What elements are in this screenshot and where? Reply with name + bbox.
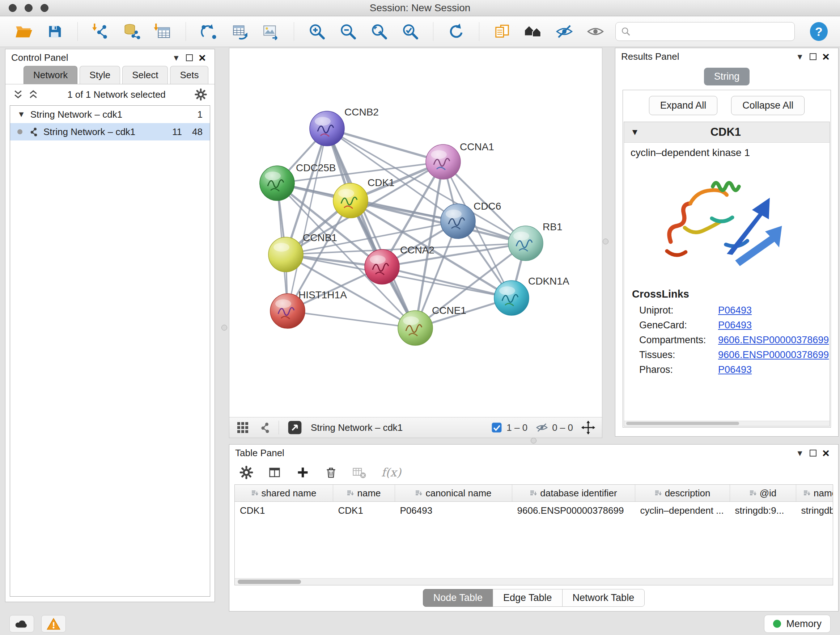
tree-expand-icon[interactable]: ▼ [17,110,25,119]
tab-network[interactable]: Network [24,66,77,84]
network-row[interactable]: String Network – cdk1 11 48 [10,123,210,141]
network-edge[interactable] [327,128,443,162]
panel-float-button[interactable] [806,53,819,60]
import-network-file-button[interactable] [89,20,112,43]
first-neighbors-button[interactable] [197,20,220,43]
birdseye-button[interactable] [287,420,303,435]
save-session-button[interactable] [43,20,66,43]
network-view-icon[interactable] [257,421,271,434]
column-header-name[interactable]: name [333,485,395,502]
collapse-all-button[interactable]: Collapse All [731,96,805,115]
panel-float-button[interactable] [183,54,196,61]
help-button[interactable]: ? [810,22,828,41]
panel-close-button[interactable]: × [196,51,209,64]
tab-edge-table[interactable]: Edge Table [493,589,562,607]
column-header-canonical-name[interactable]: canonical name [395,485,512,502]
tab-style[interactable]: Style [80,66,120,84]
pan-crosshair-icon[interactable] [581,420,595,435]
table-cell[interactable]: 9606.ENSP00000378699 [512,502,635,519]
network-node-ccnb2[interactable] [309,111,344,146]
show-all-views-button[interactable] [522,20,545,43]
grid-view-icon[interactable] [236,421,249,434]
table-cell[interactable]: cyclin–dependent ... [635,502,730,519]
network-graph[interactable]: CCNB2CCNA1CDC25BCDK1CDC6RB1CCNB1CCNA2CDK… [229,48,602,417]
new-network-from-table-button[interactable] [229,20,251,43]
table-horizontal-scrollbar[interactable] [235,578,833,585]
panel-collapse-button[interactable]: ▾ [793,51,806,62]
table-cell[interactable]: CDK1 [235,502,333,519]
open-session-button[interactable] [12,20,35,43]
expand-all-button[interactable]: Expand All [649,96,718,115]
network-node-ccne1[interactable] [398,310,433,345]
pharos-link[interactable]: P06493 [718,364,752,375]
import-network-database-button[interactable] [120,20,143,43]
scrollbar-thumb[interactable] [626,422,739,425]
network-node-ccna2[interactable] [365,249,399,284]
results-horizontal-scrollbar[interactable] [624,421,829,426]
table-cell[interactable]: stringdb [796,502,834,519]
copy-button[interactable] [491,20,513,43]
column-header-database-identifier[interactable]: database identifier [512,485,635,502]
hide-selected-button[interactable] [553,20,576,43]
splitter-handle[interactable] [603,239,608,244]
tab-network-table[interactable]: Network Table [562,589,645,607]
network-node-cdkn1a[interactable] [494,280,529,315]
panel-collapse-button[interactable]: ▾ [793,448,806,459]
table-cell[interactable]: stringdb:9... [730,502,796,519]
network-node-ccna1[interactable] [426,144,461,179]
tab-node-table[interactable]: Node Table [423,589,493,607]
network-node-cdc6[interactable] [441,204,475,239]
column-header-description[interactable]: description [635,485,730,502]
delete-table-button[interactable] [351,464,368,481]
warning-button[interactable] [41,615,66,632]
network-node-rb1[interactable] [508,226,543,261]
export-image-button[interactable] [260,20,282,43]
tissues-link[interactable]: 9606.ENSP00000378699 [718,349,829,361]
network-node-cdk1[interactable] [333,183,368,218]
protein-section-header[interactable]: ▼ CDK1 [624,122,829,143]
uniprot-link[interactable]: P06493 [718,305,752,316]
genecard-link[interactable]: P06493 [718,320,752,331]
panel-close-button[interactable]: × [819,447,832,459]
show-columns-button[interactable] [266,464,283,481]
network-collection-row[interactable]: ▼ String Network – cdk1 1 [10,106,210,123]
panel-float-button[interactable] [806,450,819,456]
memory-button[interactable]: Memory [764,615,831,633]
delete-column-button[interactable] [323,464,339,481]
zoom-window-button[interactable] [41,4,49,12]
network-edge[interactable] [287,311,415,328]
minimize-window-button[interactable] [25,4,33,12]
network-edge[interactable] [287,128,327,311]
table-cell[interactable]: CDK1 [333,502,395,519]
tab-string[interactable]: String [704,68,750,86]
close-window-button[interactable] [9,4,17,12]
expand-all-icon[interactable] [13,89,24,100]
zoom-fit-button[interactable] [368,20,390,43]
table-row[interactable]: CDK1CDK1P064939606.ENSP00000378699cyclin… [235,502,833,519]
panel-collapse-button[interactable]: ▾ [170,52,183,63]
zoom-in-button[interactable] [306,20,328,43]
search-input[interactable] [635,26,789,38]
show-hidden-button[interactable] [584,20,607,43]
function-builder-button[interactable]: f(x) [381,466,401,479]
create-column-button[interactable] [294,464,311,481]
zoom-out-button[interactable] [337,20,359,43]
table-cell[interactable]: P06493 [395,502,512,519]
network-node-ccnb1[interactable] [268,237,303,272]
cloud-button[interactable] [9,615,34,632]
collapse-all-icon[interactable] [28,89,39,100]
panel-close-button[interactable]: × [819,50,832,63]
import-table-button[interactable] [152,20,174,43]
scrollbar-thumb[interactable] [238,580,301,584]
apply-layout-button[interactable] [445,20,467,43]
network-node-cdc25b[interactable] [260,166,294,201]
tab-sets[interactable]: Sets [170,66,208,84]
compartments-link[interactable]: 9606.ENSP00000378699 [718,334,829,346]
network-canvas[interactable]: CCNB2CCNA1CDC25BCDK1CDC6RB1CCNB1CCNA2CDK… [229,48,602,417]
column-header-namespac[interactable]: namespac [796,485,834,502]
gear-icon[interactable] [194,88,207,101]
splitter-handle[interactable] [531,438,537,443]
column-header-shared-name[interactable]: shared name [235,485,333,502]
tab-select[interactable]: Select [122,66,168,84]
table-settings-button[interactable] [238,464,255,481]
